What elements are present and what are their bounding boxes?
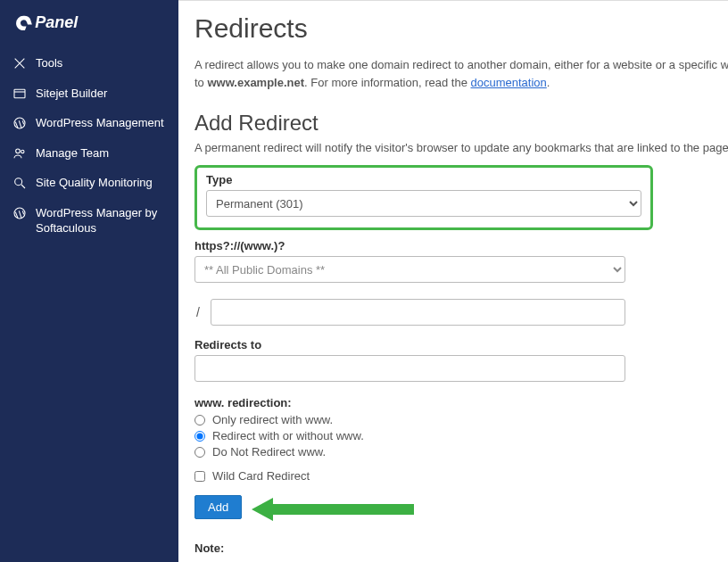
documentation-link[interactable]: documentation <box>471 76 547 89</box>
intro-bold: www.example.net <box>207 76 304 89</box>
tools-icon <box>12 56 27 70</box>
www-heading: www. redirection: <box>194 396 625 409</box>
intro-end: . <box>547 76 550 89</box>
radio-label: Only redirect with www. <box>212 413 333 426</box>
path-input[interactable] <box>211 299 625 326</box>
note-heading: Note: <box>194 541 224 555</box>
wildcard-label: Wild Card Redirect <box>212 469 310 483</box>
domain-group: https?://(www.)? ** All Public Domains *… <box>194 239 625 283</box>
sitejet-icon <box>12 87 27 101</box>
sidebar: Panel Tools Sitejet Builder <box>0 0 178 562</box>
svg-point-5 <box>15 178 22 186</box>
slash-label: / <box>194 305 202 319</box>
intro-post: . For more information, read the <box>304 76 470 89</box>
type-highlight-box: Type Permanent (301) <box>194 165 653 230</box>
domain-select[interactable]: ** All Public Domains ** <box>194 256 625 283</box>
svg-rect-1 <box>14 89 25 97</box>
wordpress-icon <box>12 206 27 220</box>
add-redirect-sub: A permanent redirect will notify the vis… <box>194 141 728 154</box>
https-label: https?://(www.)? <box>194 239 625 252</box>
svg-text:Panel: Panel <box>35 13 79 31</box>
radio-only-www-input[interactable] <box>194 415 205 426</box>
wildcard-label-row[interactable]: Wild Card Redirect <box>194 469 728 483</box>
add-button[interactable]: Add <box>194 495 242 519</box>
radio-label: Redirect with or without www. <box>212 429 364 442</box>
sidebar-item-label: Site Quality Monitoring <box>36 175 166 191</box>
main-content: Redirects A redirect allows you to make … <box>178 0 728 562</box>
sidebar-item-label: Sitejet Builder <box>36 86 166 102</box>
sidebar-item-site-quality[interactable]: Site Quality Monitoring <box>0 168 178 198</box>
radio-donot-www[interactable]: Do Not Redirect www. <box>194 445 625 459</box>
radio-donot-www-input[interactable] <box>194 447 205 458</box>
redirects-to-input[interactable] <box>194 355 625 382</box>
sidebar-item-sitejet[interactable]: Sitejet Builder <box>0 79 178 109</box>
svg-point-4 <box>21 150 24 153</box>
team-icon <box>12 146 27 161</box>
redirects-to-group: Redirects to <box>194 338 625 382</box>
intro-line1: A redirect allows you to make one domain… <box>194 58 728 71</box>
www-redirection-group: www. redirection: Only redirect with www… <box>194 396 625 459</box>
note-item-1: Checking the Wild Card Redirect Box will… <box>221 558 728 562</box>
radio-label: Do Not Redirect www. <box>212 445 326 459</box>
wordpress-icon <box>12 116 27 130</box>
cpanel-logo: Panel <box>0 5 178 48</box>
sidebar-item-tools[interactable]: Tools <box>0 48 178 79</box>
annotation-arrow <box>248 492 418 527</box>
sidebar-item-label: Manage Team <box>36 145 166 161</box>
sidebar-item-wp-softaculous[interactable]: WordPress Manager by Softaculous <box>0 198 178 244</box>
sidebar-item-label: WordPress Manager by Softaculous <box>36 205 166 236</box>
sidebar-item-wp-mgmt[interactable]: WordPress Management <box>0 108 178 138</box>
intro-text: A redirect allows you to make one domain… <box>194 56 728 91</box>
intro-mid: to <box>194 76 207 89</box>
note-block: Note: Checking the Wild Card Redirect Bo… <box>194 541 728 562</box>
path-row: / <box>194 299 625 326</box>
add-redirect-heading: Add Redirect <box>194 111 728 136</box>
wildcard-checkbox[interactable] <box>194 471 205 482</box>
sidebar-item-label: WordPress Management <box>36 115 166 131</box>
wildcard-row: Wild Card Redirect <box>194 469 728 483</box>
type-label: Type <box>206 173 641 186</box>
svg-marker-7 <box>252 498 414 521</box>
page-title: Redirects <box>194 13 728 44</box>
svg-point-3 <box>16 149 21 153</box>
redirects-to-label: Redirects to <box>194 338 625 351</box>
radio-only-www[interactable]: Only redirect with www. <box>194 413 625 426</box>
radio-either-www-input[interactable] <box>194 431 205 442</box>
sidebar-item-label: Tools <box>36 55 166 71</box>
radio-either-www[interactable]: Redirect with or without www. <box>194 429 625 442</box>
type-select[interactable]: Permanent (301) <box>206 190 641 217</box>
magnify-icon <box>12 176 27 190</box>
sidebar-item-manage-team[interactable]: Manage Team <box>0 138 178 169</box>
